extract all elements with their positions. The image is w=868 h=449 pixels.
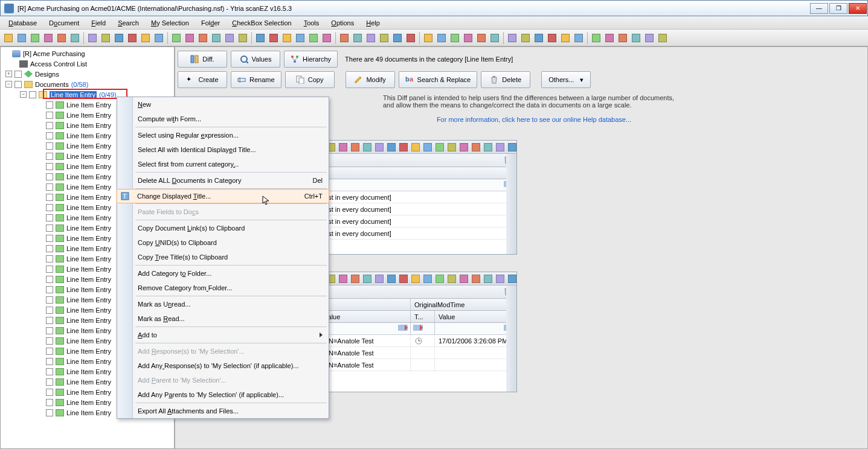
menu-item-add-any-parents-to-my-selection-if-applicable[interactable]: Add Any Parents to 'My Selection' (if ap… (117, 387, 329, 402)
checkbox[interactable] (46, 132, 53, 139)
close-button[interactable]: ✕ (849, 3, 867, 14)
menu-item-change-displayed-title[interactable]: TChange Displayed Title...Ctrl+T (117, 189, 329, 203)
toolbar-button[interactable] (56, 32, 68, 44)
copy-button[interactable]: Copy (285, 71, 335, 88)
menu-folder[interactable]: Folder (196, 18, 225, 28)
toolbar-button[interactable] (16, 32, 28, 44)
menu-document[interactable]: Document (44, 18, 84, 28)
toolbar-button[interactable] (86, 32, 98, 44)
grid-toolbar-button[interactable] (350, 142, 361, 153)
checkbox[interactable] (46, 173, 53, 180)
grid-toolbar-button[interactable] (338, 142, 349, 153)
menu-item-compute-with-form[interactable]: Compute with Form... (117, 112, 329, 126)
toolbar-button[interactable] (449, 32, 461, 44)
toolbar-button[interactable] (29, 32, 41, 44)
menu-item-copy-unid-s-to-clipboard[interactable]: Copy UNID(s) to Clipboard (117, 235, 329, 250)
grid-toolbar-button[interactable] (362, 273, 373, 284)
toolbar-button[interactable] (184, 32, 196, 44)
col-omt[interactable]: OriginalModTime (411, 299, 516, 310)
checkbox[interactable] (46, 245, 53, 252)
checkbox[interactable] (46, 327, 53, 334)
grid-toolbar-button[interactable] (374, 273, 385, 284)
checkbox[interactable] (46, 142, 53, 150)
diff-button[interactable]: Diff. (178, 51, 227, 68)
menu-item-mark-as-unread[interactable]: Mark as Unread... (117, 297, 329, 311)
menu-field[interactable]: Field (86, 18, 111, 28)
tree-documents[interactable]: −Documents(0/58) (1, 79, 174, 89)
hierarchy-button[interactable]: Hierarchy (284, 51, 338, 68)
checkbox[interactable] (46, 389, 53, 396)
toolbar-button[interactable] (573, 32, 585, 44)
grid-toolbar-button[interactable] (410, 142, 421, 153)
checkbox[interactable] (46, 101, 53, 109)
checkbox[interactable] (46, 183, 53, 191)
checkbox[interactable] (46, 409, 53, 416)
checkbox[interactable] (46, 163, 53, 170)
grid-toolbar-button[interactable] (458, 273, 469, 284)
menu-item-export-all-attachments-and-files[interactable]: Export All Attachments and Files... (117, 404, 329, 418)
help-link[interactable]: For more information, click here to see … (383, 116, 685, 123)
toolbar-button[interactable] (657, 32, 669, 44)
toolbar-button[interactable] (462, 32, 474, 44)
checkbox[interactable] (46, 286, 53, 293)
toolbar-button[interactable] (338, 32, 350, 44)
modify-button[interactable]: Modify (346, 71, 395, 88)
toolbar-button[interactable] (69, 32, 81, 44)
checkbox[interactable] (46, 296, 53, 304)
toolbar-button[interactable] (268, 32, 280, 44)
menu-item-add-to[interactable]: Add to (117, 328, 329, 342)
delete-button[interactable]: Delete (481, 71, 530, 88)
menu-search[interactable]: Search (113, 18, 144, 28)
col-value[interactable]: Value (320, 311, 411, 322)
toolbar-button[interactable] (223, 32, 236, 44)
toolbar-button[interactable] (519, 32, 532, 44)
grid-toolbar-button[interactable] (483, 142, 493, 153)
toolbar-button[interactable] (170, 32, 182, 44)
toolbar-button[interactable] (436, 32, 448, 44)
checkbox[interactable] (46, 153, 53, 160)
toolbar-button[interactable] (237, 32, 249, 44)
checkbox[interactable] (46, 368, 53, 375)
toolbar-button[interactable] (254, 32, 266, 44)
grid-toolbar-button[interactable] (374, 142, 385, 153)
menu-item-remove-category-from-folder[interactable]: Remove Category from Folder... (117, 281, 329, 295)
grid-toolbar-button[interactable] (507, 142, 518, 153)
menu-item-copy-tree-title-s-to-clipboard[interactable]: Copy Tree Title(s) to Clipboard (117, 250, 329, 264)
toolbar-button[interactable] (643, 32, 655, 44)
tree-acl[interactable]: Access Control List (1, 59, 174, 69)
filter-icon[interactable] (413, 325, 423, 333)
checkbox[interactable] (46, 122, 53, 129)
values-button[interactable]: Values (231, 51, 280, 68)
col-t[interactable]: T... (411, 311, 435, 322)
toolbar-button[interactable] (140, 32, 152, 44)
checkbox[interactable] (46, 255, 53, 263)
grid-toolbar-button[interactable] (398, 273, 409, 284)
toolbar-button[interactable] (378, 32, 390, 44)
checkbox[interactable] (46, 317, 53, 324)
checkbox[interactable] (46, 204, 53, 211)
toolbar-button[interactable] (405, 32, 417, 44)
toolbar-button[interactable] (391, 32, 403, 44)
grid-toolbar-button[interactable] (422, 273, 433, 284)
toolbar-button[interactable] (559, 32, 571, 44)
grid-toolbar-button[interactable] (495, 142, 506, 153)
toolbar-button[interactable] (281, 32, 293, 44)
rename-button[interactable]: Rename (231, 71, 281, 88)
menu-options[interactable]: Options (326, 18, 359, 28)
toolbar-button[interactable] (630, 32, 642, 44)
toolbar-button[interactable] (42, 32, 54, 44)
checkbox[interactable] (46, 307, 53, 314)
scrollbar[interactable] (506, 285, 516, 392)
checkbox[interactable] (46, 266, 53, 273)
grid-toolbar-button[interactable] (398, 142, 409, 153)
menu-my-selection[interactable]: My Selection (146, 18, 194, 28)
grid-toolbar-button[interactable] (471, 142, 481, 153)
toolbar-button[interactable] (506, 32, 518, 44)
checkbox[interactable] (29, 91, 36, 98)
grid-toolbar-button[interactable] (410, 273, 421, 284)
checkbox[interactable] (46, 224, 53, 232)
toolbar-button[interactable] (546, 32, 558, 44)
checkbox[interactable] (46, 194, 53, 201)
menu-item-mark-as-read[interactable]: Mark as Read... (117, 311, 329, 326)
toolbar-button[interactable] (422, 32, 434, 44)
